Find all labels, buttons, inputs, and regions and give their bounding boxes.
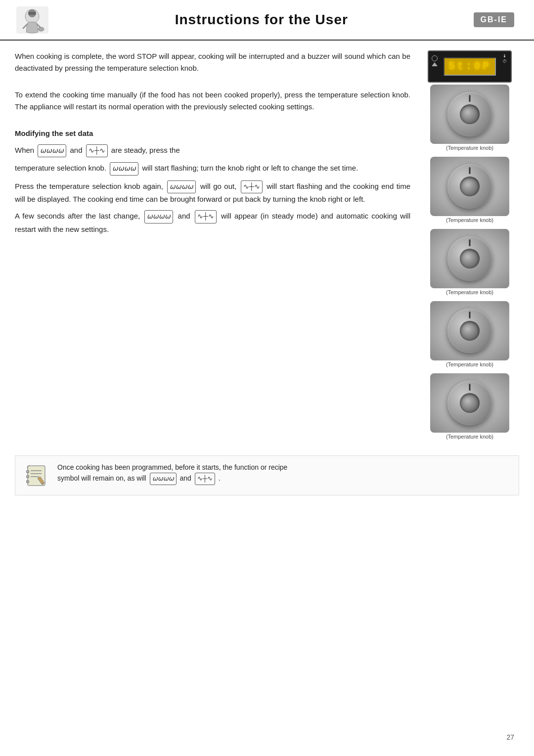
modify-para-2: temperature selection knob. ѡѡѡѡ will st… bbox=[15, 162, 410, 175]
knob-mark-4 bbox=[469, 311, 471, 318]
knob-label-5: (Temperature knob) bbox=[446, 434, 493, 440]
note-flame-icon: ѡѡѡѡ bbox=[150, 473, 177, 485]
flame-icon-inline-4: ѡѡѡѡ bbox=[144, 210, 173, 223]
note-box: Once cooking has been programmed, before… bbox=[15, 455, 519, 495]
display-icons: 🌡 ⏱ bbox=[502, 53, 507, 64]
when-label: When bbox=[15, 146, 34, 154]
knob-label-4: (Temperature knob) bbox=[446, 361, 493, 367]
press-again-text: Press the temperature selection knob aga… bbox=[15, 182, 166, 190]
knob-inner-3 bbox=[460, 249, 480, 268]
stop-section: When cooking is complete, the word STOP … bbox=[15, 50, 410, 74]
main-content: When cooking is complete, the word STOP … bbox=[0, 50, 534, 445]
svg-rect-3 bbox=[28, 12, 36, 15]
note-wave-icon: ∿┼∿ bbox=[195, 473, 215, 485]
page-header: Instructions for the User GB-IE bbox=[0, 0, 534, 41]
logo-svg bbox=[16, 6, 48, 34]
extend-section: To extend the cooking time manually (if … bbox=[15, 89, 410, 113]
knob-outer-3 bbox=[447, 236, 492, 281]
note-text-container: Once cooking has been programmed, before… bbox=[57, 462, 511, 485]
modify-para-4: A few seconds after the last change, ѡѡѡ… bbox=[15, 210, 410, 235]
wave-icon-inline-2: ∿┼∿ bbox=[241, 180, 263, 193]
and-label: and bbox=[70, 146, 85, 154]
knob-outer-4 bbox=[447, 309, 492, 353]
knob-inner-4 bbox=[460, 321, 480, 341]
region-badge: GB-IE bbox=[474, 12, 514, 27]
knob-mark-5 bbox=[469, 384, 471, 391]
image-column: 5t:0P 🌡 ⏱ · · · · · (Temperature knob) ·… bbox=[420, 50, 519, 445]
icon-bottom-right: ⏱ bbox=[502, 59, 507, 64]
note-and-label: and bbox=[180, 475, 191, 483]
modify-heading: Modifying the set data bbox=[15, 128, 410, 139]
knob-label-1: (Temperature knob) bbox=[446, 145, 493, 151]
flame-icon-inline-1: ѡѡѡѡ bbox=[38, 144, 66, 157]
knob-outer-2 bbox=[447, 164, 492, 209]
knob-image-2: · · · · · bbox=[430, 157, 509, 216]
knob-image-5: · · · · · bbox=[430, 373, 509, 433]
extend-paragraph: To extend the cooking time manually (if … bbox=[15, 89, 410, 113]
will-go-out-text: will go out, bbox=[200, 182, 239, 190]
are-steady-label: are steady, press the bbox=[111, 146, 180, 154]
text-column: When cooking is complete, the word STOP … bbox=[15, 50, 410, 445]
wave-icon-inline-3: ∿┼∿ bbox=[195, 210, 217, 223]
knob-inner-5 bbox=[460, 393, 480, 413]
display-text: 5t:0P bbox=[444, 57, 496, 76]
note-icon bbox=[23, 462, 50, 489]
knob-label-3: (Temperature knob) bbox=[446, 289, 493, 295]
note-period: . bbox=[219, 475, 221, 483]
flame-icon-inline-3: ѡѡѡѡ bbox=[167, 180, 196, 193]
modify-para-1: When ѡѡѡѡ and ∿┼∿ are steady, press the bbox=[15, 144, 410, 157]
knob-inner-2 bbox=[460, 177, 480, 196]
knob-mark-1 bbox=[469, 95, 471, 102]
note-svg bbox=[23, 462, 50, 489]
temp-knob-text: temperature selection knob. bbox=[15, 164, 108, 173]
knob-label-2: (Temperature knob) bbox=[446, 217, 493, 223]
will-start-flash-text: will start flashing; turn the knob right… bbox=[142, 164, 358, 173]
wave-icon-inline-1: ∿┼∿ bbox=[86, 144, 108, 157]
svg-point-6 bbox=[38, 27, 44, 31]
and-label-2: and bbox=[178, 212, 193, 220]
brand-logo bbox=[15, 5, 49, 35]
knob-image-1: · · · · · bbox=[430, 85, 509, 144]
note-text-line1: Once cooking has been programmed, before… bbox=[57, 463, 287, 471]
knob-outer-5 bbox=[447, 381, 492, 425]
modify-para-3: Press the temperature selection knob aga… bbox=[15, 180, 410, 205]
stop-display: 5t:0P 🌡 ⏱ bbox=[428, 50, 512, 83]
page-number: 27 bbox=[506, 733, 514, 741]
knob-image-4: · · · · · bbox=[430, 301, 509, 360]
knob-mark-3 bbox=[469, 239, 471, 246]
page-title: Instructions for the User bbox=[175, 12, 348, 28]
modify-section: Modifying the set data When ѡѡѡѡ and ∿┼∿… bbox=[15, 128, 410, 235]
knob-mark-2 bbox=[469, 167, 471, 174]
knob-outer-1 bbox=[447, 92, 492, 136]
flame-icon-inline-2: ѡѡѡѡ bbox=[110, 162, 138, 175]
knob-inner-1 bbox=[460, 104, 480, 124]
note-text-line2-prefix: symbol will remain on, as will bbox=[57, 475, 146, 483]
knob-image-3: · · · · · bbox=[430, 229, 509, 288]
stop-paragraph: When cooking is complete, the word STOP … bbox=[15, 50, 410, 74]
icon-top-right: 🌡 bbox=[502, 53, 507, 58]
display-container: 5t:0P 🌡 ⏱ · · · · · (Temperature knob) ·… bbox=[420, 50, 519, 445]
few-seconds-text: A few seconds after the last change, bbox=[15, 212, 143, 220]
